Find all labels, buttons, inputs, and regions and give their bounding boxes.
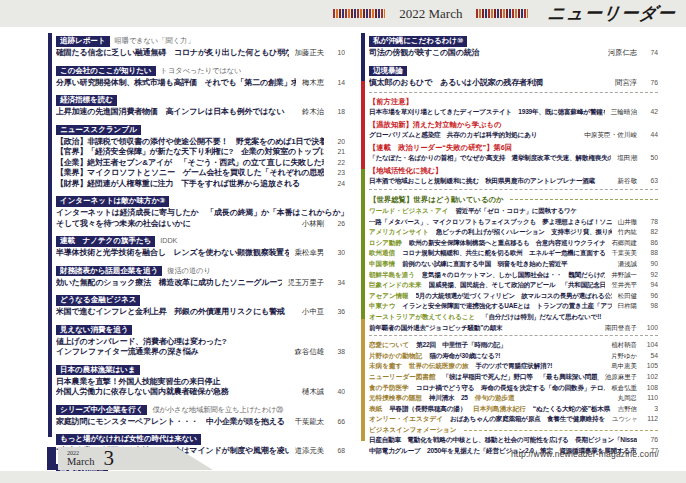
section-note: 僕が小さな地域新聞を立ち上げたわけ⑳ bbox=[152, 405, 283, 414]
section-heading: 追跡レポート咀嚼できない「聞く力」 bbox=[56, 33, 345, 47]
article-author: 塩田潮 bbox=[617, 153, 637, 164]
culture-row-content: ニューリーダー図書館「彼は早稲田で死んだ」野口等「最も興味深い問題」 bbox=[369, 372, 599, 383]
article-author: 丸岡忍 bbox=[618, 393, 637, 404]
article-row: 司法の傍観が映すこの国の統治河原仁志74 bbox=[369, 48, 658, 59]
article-author: 梅木恵 bbox=[302, 78, 324, 89]
article-author: 片野ゆか bbox=[611, 351, 637, 362]
toc-section: どうなる金融ビジネス米国で進むインフレと金利上昇 邦銀の外債運用リスクにも警戒小… bbox=[56, 292, 345, 318]
article-author: 南田登喜子 bbox=[605, 323, 637, 334]
culture-row: 日産自動車 電動化を戦略の中核とし、移動と社会の可能性を広げる 長期ビジョン「N… bbox=[369, 435, 658, 446]
section-heading: どうなる金融ビジネス bbox=[56, 292, 345, 306]
article-title: 【官界】「経済安全保障」が新たな天下り利権に? 企業の対策室のトップに続々と経産… bbox=[56, 147, 324, 158]
article-author: 児玉万里子 bbox=[288, 278, 324, 289]
article-title: 「最も興味深い問題」 bbox=[540, 372, 599, 383]
column-label: 中国事情 bbox=[369, 259, 395, 270]
toc-section: 見えない消費を追う値上げのオンパレード、消費者心理は変わった?インフレファイター… bbox=[56, 322, 345, 358]
article-page: 44 bbox=[642, 130, 658, 141]
feature-item: 【地域活性化に挑む】日本酒で地域おこしと規制緩和に挑む 秋田県男鹿市のアントレプ… bbox=[369, 166, 658, 187]
article-title: 【財界】経団連が人権尊重に注力 下手をすれば世界から追放される bbox=[56, 179, 324, 190]
section-note: IDDK bbox=[160, 236, 177, 245]
footer-year: 2022 bbox=[67, 450, 94, 456]
column-label: 表紙 bbox=[369, 404, 382, 415]
footer-year-month: 2022 March bbox=[67, 450, 94, 468]
article-title: 司法の傍観が映すこの国の統治 bbox=[369, 48, 602, 59]
article-title: 日産自動車 電動化を戦略の中核とし、移動と社会の可能性を広げる 長期ビジョン「N… bbox=[369, 435, 637, 446]
article-title: 値上げのオンパレード、消費者心理は変わった? bbox=[56, 337, 345, 348]
feature-header: 【前方注意】 bbox=[369, 97, 658, 107]
article-author: 道添元美 bbox=[295, 446, 324, 457]
article-title: 【企業】絶対王者セブン&アイが 「そごう・西武」の立て直しに失敗した理由 bbox=[56, 158, 324, 169]
culture-row: 恋愛について第22回 中里恒子「時雨の記」植村鞆音104 bbox=[369, 340, 658, 351]
article-page: 112 bbox=[642, 414, 658, 425]
section-heading: インターネットは敵か味方か③ bbox=[56, 193, 345, 207]
article-title: 猫の寿命が30歳になる?! bbox=[429, 351, 500, 362]
article-author: 松田健 bbox=[618, 291, 637, 302]
article-title: そして我々を待つ未来の社会はいかに bbox=[56, 219, 296, 230]
article-title: 手のツボで胃腸症状解消?! bbox=[476, 361, 553, 372]
culture-row-content: 未病を癒す 世界の伝統医療の旅手のツボで胃腸症状解消?! bbox=[369, 361, 605, 372]
section-badge: 見えない消費を追う bbox=[56, 325, 132, 336]
article-title: 「たなぼた・名ばかりの首相」でなぜか高支持 選挙制度改革で失速、解散権喪失の海部… bbox=[369, 153, 611, 164]
article-author: 井野誠一 bbox=[611, 270, 637, 281]
article-title: 上昇加速の先進国消費者物価 高インフレは日本も例外ではない bbox=[56, 107, 296, 118]
world-row: ロシア動静欧州の新安全保障体制構築へと重点移るも 合意内容巡りウクライナを挟む危… bbox=[369, 238, 658, 249]
toc-section: シリーズ中小企業を行く僕が小さな地域新聞を立ち上げたわけ⑳家庭訪問にモンスターペ… bbox=[56, 402, 345, 428]
article-row: 効いた無配のショック療法 構造改革に成功したソニーグループ児玉万里子34 bbox=[56, 278, 345, 289]
article-page: 96 bbox=[642, 291, 658, 302]
article-title: 前年覇者の国外退去“ジョコビッチ騒動”の顛末 bbox=[369, 323, 599, 334]
article-page: 78 bbox=[642, 217, 658, 228]
article-row: 【官界】「経済安全保障」が新たな天下り利権に? 企業の対策室のトップに続々と経産… bbox=[56, 147, 345, 158]
footer-navy-block bbox=[47, 447, 56, 470]
world-heading-label: 【世界総覧】世界はどう動いているのか bbox=[369, 194, 504, 205]
world-row: アメリカインサイト急ピッチの利上げが招くハレーション 支持率ジリ貧、振り向けばト… bbox=[369, 227, 658, 238]
right-page-toc: 私が沖縄にこだわるわけ⑩司法の傍観が映すこの国の統治河原仁志74辺境暴論慎太郎の… bbox=[369, 33, 658, 457]
article-row: 外国人労働力に依存しない国内就農者確保が急務樋木誠40 bbox=[56, 387, 345, 398]
feature-header: 【連載 政治リーダー“失敗の研究”】第6回 bbox=[369, 143, 658, 153]
section-badge: 連載 ナノテクの旗手たち bbox=[56, 236, 155, 247]
article-title: 【政治】非課税で領収書の添付や使途公開不要！ 野党案をのめば1日で決着する「文通… bbox=[56, 137, 324, 148]
column-label: 俳句の遊歩道 bbox=[475, 393, 515, 404]
dashed-divider bbox=[369, 92, 658, 93]
culture-row-content: 恋愛について第22回 中里恒子「時雨の記」 bbox=[369, 340, 605, 351]
footer-trapezoid: 2022 March 3 bbox=[58, 447, 213, 470]
article-author: 山井徹 bbox=[618, 217, 637, 228]
feature-item: 【前方注意】日本市場を草刈り場としてきたディープステイト 1939年、既に徳富蘇… bbox=[369, 97, 658, 118]
toc-section: この会社のここが知りたいトヨタべったりではない分厚い研究開発体制、株式市場も高評… bbox=[56, 63, 345, 89]
magazine-url-link[interactable]: http://www.newleader-magazine.com/ bbox=[511, 449, 659, 459]
article-title: 「自分だけは特別」だなんて思わないで!! bbox=[482, 312, 658, 323]
article-title: グローバリズムと感染症 共存のカギは科学的対処にあり bbox=[369, 130, 578, 141]
right-page-spine-bar bbox=[361, 33, 365, 441]
article-author: 加藤正夫 bbox=[295, 48, 324, 59]
article-author: 中原英臣・佐川峻 bbox=[584, 130, 637, 141]
article-page: 92 bbox=[642, 270, 658, 281]
article-title: 第22回 中里恒子「時雨の記」 bbox=[416, 340, 506, 351]
feature-item: 【連載 政治リーダー“失敗の研究”】第6回「たなぼた・名ばかりの首相」でなぜか高… bbox=[369, 143, 658, 164]
article-title: 習近平が「ゼロ・コロナ」に固執するワケ bbox=[455, 206, 658, 217]
article-row: 確固たる信念に乏しい融通無碍 コロナが炙り出した何ともひ弱な首相加藤正夫10 bbox=[56, 48, 345, 59]
article-row: 値上げのオンパレード、消費者心理は変わった? bbox=[56, 337, 345, 348]
world-row: 中東ナウイランと安全保障面で連携強化するUAEとは トランプの置き土産「アブラハ… bbox=[369, 301, 658, 312]
article-page: 30 bbox=[329, 248, 345, 259]
article-author: 三輪晴治 bbox=[611, 107, 637, 118]
section-heading: 私が沖縄にこだわるわけ⑩ bbox=[369, 33, 658, 47]
section-note: 咀嚼できない「聞く力」 bbox=[115, 36, 195, 45]
article-page: 76 bbox=[642, 435, 658, 446]
toc-section: 辺境暴論慎太郎のおもひで あるいは小説家の残存者利潤間宮淳76 bbox=[369, 63, 658, 89]
column-label: ワールド・ビジネス・アイ bbox=[369, 206, 448, 217]
spine-segment-gold bbox=[361, 319, 365, 441]
world-row: アセアン情報5月の大統領選が近づくフィリピン 故マルコスの長男が選ばれる公算松田… bbox=[369, 291, 658, 302]
column-label: ビジネスインフォメーション bbox=[369, 425, 457, 436]
world-section-heading: 【世界総覧】世界はどう動いているのか bbox=[369, 194, 658, 205]
world-row: 前年覇者の国外退去“ジョコビッチ騒動”の顛末南田登喜子100 bbox=[369, 323, 658, 334]
article-row: 「たなぼた・名ばかりの首相」でなぜか高支持 選挙制度改革で失速、解散権喪失の海部… bbox=[369, 153, 658, 164]
section-badge: 経済指標を読む bbox=[56, 95, 117, 106]
article-page: 102 bbox=[642, 372, 658, 383]
culture-row-content: オンリー・イエスタデイおばあちゃんの家庭薬箱が原点 食養生で健康維持をユウシャー… bbox=[369, 414, 637, 425]
article-row: 【企業】絶対王者セブン&アイが 「そごう・西武」の立て直しに失敗した理由22 bbox=[56, 158, 345, 169]
article-author: ユウシャーミン bbox=[612, 414, 637, 425]
culture-row-content: 片野ゆかの動物記猫の寿命が30歳になる?! bbox=[369, 351, 605, 362]
dashed-divider bbox=[369, 335, 658, 336]
article-row: 慎太郎のおもひで あるいは小説家の残存者利潤間宮淳76 bbox=[369, 78, 658, 89]
article-author: 樋木誠 bbox=[302, 387, 324, 398]
article-page: 22 bbox=[329, 158, 345, 169]
